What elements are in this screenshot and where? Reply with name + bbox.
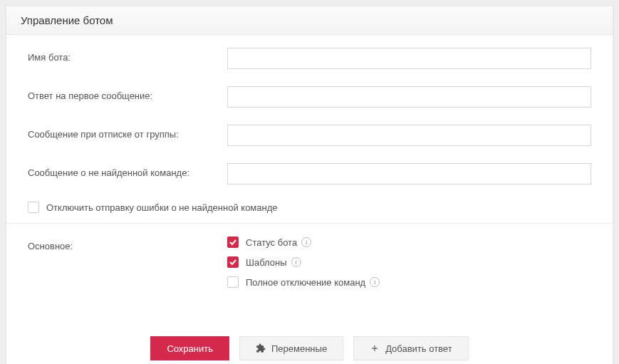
variables-button[interactable]: Переменные — [239, 336, 343, 360]
checkbox-templates[interactable] — [227, 256, 239, 268]
label-first-reply: Ответ на первое сообщение: — [28, 86, 227, 101]
checkbox-disable-error[interactable] — [28, 202, 39, 213]
input-notfound-msg[interactable] — [227, 163, 591, 184]
panel-body: Имя бота: Ответ на первое сообщение: Соо… — [6, 35, 613, 326]
row-unsubscribe-msg: Сообщение при отписке от группы: — [28, 125, 591, 146]
save-button[interactable]: Сохранить — [150, 336, 229, 360]
opt-row-templates: Шаблоны i — [227, 256, 591, 268]
puzzle-icon — [256, 343, 266, 353]
checkbox-status[interactable] — [227, 236, 239, 248]
label-bot-name: Имя бота: — [28, 48, 227, 63]
opt-row-disable-commands: Полное отключение команд i — [227, 276, 591, 288]
input-bot-name[interactable] — [227, 48, 591, 69]
row-bot-name: Имя бота: — [28, 48, 591, 69]
plus-icon — [370, 343, 380, 353]
bot-management-panel: Управление ботом Имя бота: Ответ на перв… — [6, 6, 613, 364]
label-main-section: Основное: — [28, 236, 227, 251]
info-icon[interactable]: i — [370, 277, 380, 287]
main-options-group: Статус бота i Шаблоны i Полное отключени… — [227, 236, 591, 302]
label-notfound-msg: Сообщение о не найденной команде: — [28, 163, 227, 178]
info-icon[interactable]: i — [291, 257, 301, 267]
checkbox-disable-commands[interactable] — [227, 276, 239, 288]
opt-row-status: Статус бота i — [227, 236, 591, 248]
add-reply-button[interactable]: Добавить ответ — [353, 336, 468, 360]
add-reply-button-label: Добавить ответ — [385, 343, 452, 354]
label-disable-error: Отключить отправку ошибки о не найденной… — [46, 202, 278, 213]
input-first-reply[interactable] — [227, 86, 591, 108]
divider — [6, 223, 613, 224]
info-icon[interactable]: i — [301, 237, 311, 247]
row-first-reply: Ответ на первое сообщение: — [28, 86, 591, 108]
label-disable-commands: Полное отключение команд — [246, 277, 365, 288]
input-unsubscribe-msg[interactable] — [227, 125, 591, 146]
row-notfound-msg: Сообщение о не найденной команде: — [28, 163, 591, 184]
panel-footer: Сохранить Переменные Добавить ответ — [6, 326, 613, 364]
label-status: Статус бота — [246, 237, 297, 248]
row-main-section: Основное: Статус бота i Шаблоны i — [28, 236, 591, 302]
label-unsubscribe-msg: Сообщение при отписке от группы: — [28, 125, 227, 140]
row-disable-error: Отключить отправку ошибки о не найденной… — [28, 202, 591, 213]
label-templates: Шаблоны — [246, 257, 287, 268]
variables-button-label: Переменные — [271, 343, 327, 354]
panel-title: Управление ботом — [21, 14, 113, 26]
panel-header: Управление ботом — [6, 6, 613, 35]
save-button-label: Сохранить — [167, 343, 213, 354]
